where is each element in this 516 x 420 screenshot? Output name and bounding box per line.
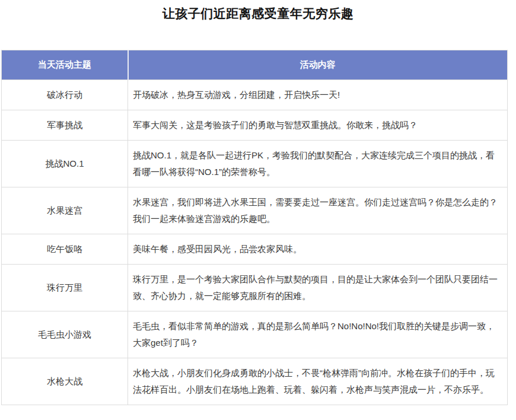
table-row: 水枪大战 水枪大战，小朋友们化身成勇敢的小战士，不畏“枪林弹雨”向前冲。水枪在孩… xyxy=(2,358,508,405)
theme-cell: 珠行万里 xyxy=(2,265,128,311)
table-row: 毛毛虫小游戏 毛毛虫，看似非常简单的游戏，真的是那么简单吗？No!No!No!我… xyxy=(2,311,508,358)
theme-cell: 水果迷宫 xyxy=(2,187,128,234)
table-row: 吃午饭咯 美味午餐，感受田园风光，品尝农家风味。 xyxy=(2,234,508,265)
table-row: 军事挑战 军事大闯关，这是考验孩子们的勇敢与智慧双重挑战。你敢来，挑战吗？ xyxy=(2,110,508,141)
column-header-content: 活动内容 xyxy=(128,50,508,80)
page-title: 让孩子们近距离感受童年无穷乐趣 xyxy=(0,0,516,21)
theme-cell: 挑战NO.1 xyxy=(2,141,128,187)
content-cell: 挑战NO.1，就是各队一起进行PK，考验我们的默契配合，大家连续完成三个项目的挑… xyxy=(128,141,508,187)
table-row: 水果迷宫 水果迷宫，我们即将进入水果王国，需要要走过一座迷宫。你们走过迷宫吗？你… xyxy=(2,187,508,234)
theme-cell: 军事挑战 xyxy=(2,110,128,141)
content-cell: 毛毛虫，看似非常简单的游戏，真的是那么简单吗？No!No!No!我们取胜的关键是… xyxy=(128,311,508,358)
content-cell: 珠行万里，是一个考验大家团队合作与默契的项目，目的是让大家体会到一个团队只要团结… xyxy=(128,265,508,311)
activity-table: 当天活动主题 活动内容 破冰行动 开场破冰，热身互动游戏，分组团建，开启快乐一天… xyxy=(1,50,508,405)
table-row: 挑战NO.1 挑战NO.1，就是各队一起进行PK，考验我们的默契配合，大家连续完… xyxy=(2,141,508,187)
table-header-row: 当天活动主题 活动内容 xyxy=(2,50,508,80)
content-cell: 水果迷宫，我们即将进入水果王国，需要要走过一座迷宫。你们走过迷宫吗？你是怎么走的… xyxy=(128,187,508,234)
column-header-theme: 当天活动主题 xyxy=(2,50,128,80)
theme-cell: 毛毛虫小游戏 xyxy=(2,311,128,358)
content-cell: 水枪大战，小朋友们化身成勇敢的小战士，不畏“枪林弹雨”向前冲。水枪在孩子们的手中… xyxy=(128,358,508,405)
content-cell: 开场破冰，热身互动游戏，分组团建，开启快乐一天! xyxy=(128,80,508,110)
theme-cell: 水枪大战 xyxy=(2,358,128,405)
content-cell: 军事大闯关，这是考验孩子们的勇敢与智慧双重挑战。你敢来，挑战吗？ xyxy=(128,110,508,141)
table-row: 破冰行动 开场破冰，热身互动游戏，分组团建，开启快乐一天! xyxy=(2,80,508,110)
theme-cell: 吃午饭咯 xyxy=(2,234,128,265)
table-row: 珠行万里 珠行万里，是一个考验大家团队合作与默契的项目，目的是让大家体会到一个团… xyxy=(2,265,508,311)
theme-cell: 破冰行动 xyxy=(2,80,128,110)
content-cell: 美味午餐，感受田园风光，品尝农家风味。 xyxy=(128,234,508,265)
